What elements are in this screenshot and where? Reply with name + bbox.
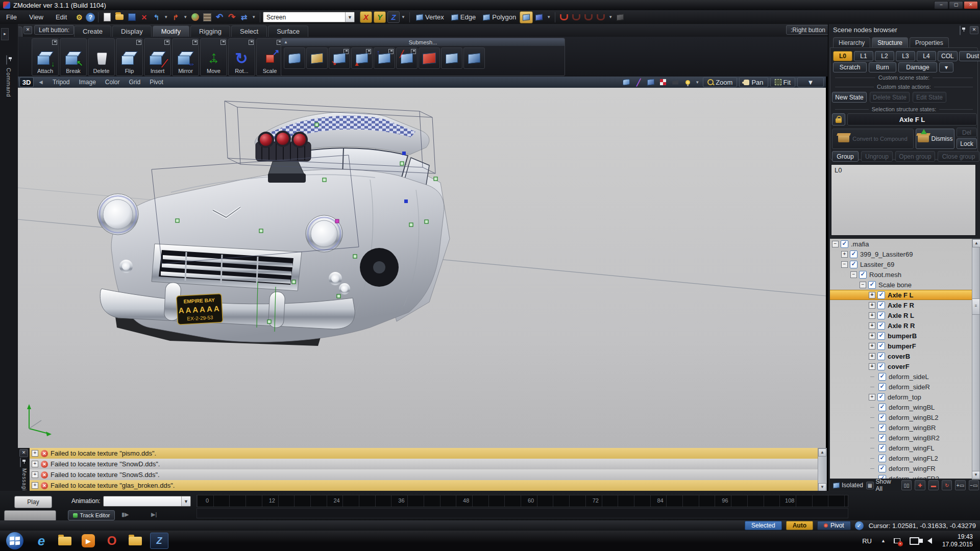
expand-icon[interactable]: + <box>32 450 38 457</box>
checkbox[interactable]: ✓ <box>878 455 886 462</box>
tree-item[interactable]: ✓deform_wingBL <box>830 402 972 412</box>
tree-item[interactable]: −✓.mafia <box>830 239 972 249</box>
state-l4-button[interactable]: L4 <box>917 51 936 61</box>
scene-panel-pin-icon[interactable] <box>960 26 961 35</box>
tree-item[interactable]: +✓deform_top <box>830 392 972 402</box>
tree-item[interactable]: −✓Scale bone <box>830 280 972 290</box>
tree-item[interactable]: ✓deform_wingBR <box>830 422 972 433</box>
command-panel-close-icon[interactable]: ✕ <box>23 26 32 34</box>
tree-item[interactable]: ✓deform_wingFR <box>830 463 972 473</box>
timeline-track-lane[interactable] <box>197 508 848 518</box>
view-options-dropdown-icon[interactable]: ▼ <box>694 80 701 85</box>
tab-create[interactable]: Create <box>74 26 111 37</box>
lock-button[interactable]: Lock <box>957 138 977 149</box>
tree-item[interactable]: +✓399_9_Lassiter69 <box>830 249 972 259</box>
checkbox[interactable]: ✓ <box>859 271 867 279</box>
expand-icon[interactable]: + <box>32 482 38 489</box>
checkbox[interactable]: ✓ <box>878 424 886 432</box>
state-scratch-button[interactable]: Scratch <box>833 62 867 72</box>
scroll-up-icon[interactable]: ▲ <box>972 239 980 247</box>
snap-grid-icon[interactable] <box>595 12 607 23</box>
expand-icon[interactable]: + <box>869 353 875 360</box>
tab-surface[interactable]: Surface <box>268 26 308 37</box>
nav-color[interactable]: Color <box>101 79 125 86</box>
refresh-icon[interactable]: ⇄ <box>238 12 250 22</box>
rail-expand-arrow-icon[interactable]: ▸ <box>1 28 9 40</box>
edit-state-button[interactable]: Edit State <box>913 92 946 103</box>
submesh-tool-icon-1[interactable] <box>284 47 305 69</box>
tab-rigging[interactable]: Rigging <box>190 26 230 37</box>
viewport-dropdown-button[interactable]: ▼ <box>797 77 824 87</box>
tool-insert-button[interactable]: ╱Insert <box>144 38 171 76</box>
expand-icon[interactable]: + <box>869 343 875 349</box>
tree-item[interactable]: −✓Root.mesh <box>830 269 972 280</box>
import-dropdown-icon[interactable]: ▼ <box>162 15 169 19</box>
tab-display[interactable]: Display <box>112 26 152 37</box>
timeline-ruler[interactable]: 0 12 24 36 48 60 72 84 96 108 <box>197 495 848 507</box>
fit-button[interactable]: Fit <box>770 77 795 87</box>
animation-select[interactable]: ▼ <box>103 496 191 507</box>
tree-scrollbar[interactable]: ▲ ≡ ▼ <box>972 239 980 480</box>
group-button[interactable]: Group <box>832 151 859 162</box>
new-file-icon[interactable] <box>102 12 113 22</box>
language-indicator[interactable]: RU <box>862 537 872 545</box>
log-scroll-up-icon[interactable]: ▲ <box>818 448 826 457</box>
pan-button[interactable]: Pan <box>739 77 768 87</box>
state-l3-button[interactable]: L3 <box>896 51 915 61</box>
snap-vertex-icon[interactable] <box>570 12 582 23</box>
submesh-pull-icon[interactable]: ↑ <box>374 47 395 69</box>
tree-item[interactable]: +✓Axle R L <box>830 310 972 320</box>
damage-dropdown-icon[interactable]: ▾ <box>939 62 953 72</box>
show-all-button[interactable]: ▦Show All <box>866 478 898 492</box>
expand-icon[interactable]: + <box>32 461 38 467</box>
refresh-node-icon[interactable]: ↻ <box>942 480 952 490</box>
checkbox[interactable]: ✓ <box>877 342 885 350</box>
checkbox[interactable]: ✓ <box>877 353 885 360</box>
delete-state-button[interactable]: Delete State <box>870 92 910 103</box>
log-row[interactable]: +✕Failed to locate texture "pismo.dds". <box>30 448 818 459</box>
checkbox[interactable]: ✓ <box>850 261 857 268</box>
snap-edge-icon[interactable] <box>582 12 595 23</box>
viewport-canvas[interactable]: EMPIRE BAY AAAAAA EX-2-29-53 <box>18 88 826 448</box>
nav-back-icon[interactable]: ◄ <box>34 79 48 86</box>
vertex-mode-button[interactable]: Vertex <box>412 12 448 22</box>
expand-icon[interactable]: + <box>841 251 848 258</box>
uv-mode-button[interactable] <box>533 12 545 23</box>
internet-explorer-icon[interactable]: e <box>33 533 50 548</box>
snap-dropdown-icon[interactable]: ▼ <box>607 15 614 19</box>
expand-icon[interactable]: + <box>869 363 875 370</box>
state-l2-button[interactable]: L2 <box>875 51 894 61</box>
checkbox[interactable]: ✓ <box>878 373 886 381</box>
del-button[interactable]: Del <box>957 128 977 137</box>
tab-modify[interactable]: Modify <box>153 26 189 37</box>
state-l1-button[interactable]: L1 <box>854 51 873 61</box>
checkbox[interactable]: ✓ <box>868 281 876 289</box>
auto-toggle[interactable]: Auto <box>786 521 813 530</box>
tool-options-icon[interactable] <box>136 40 141 45</box>
axis-y-button[interactable]: Y <box>374 11 386 23</box>
state-damage-button[interactable]: Damage <box>898 62 937 72</box>
zmodeler-taskbar-icon[interactable]: Z <box>150 533 168 549</box>
menu-file[interactable]: File <box>0 11 23 23</box>
file-explorer-icon[interactable] <box>56 533 74 548</box>
opera-browser-icon[interactable]: O <box>103 533 120 548</box>
scene-panel-close-icon[interactable]: ✕ <box>970 26 978 34</box>
export-dropdown-icon[interactable]: ▼ <box>182 15 189 19</box>
checkbox[interactable]: ✓ <box>878 404 886 411</box>
delete-icon[interactable]: ✕ <box>138 12 150 22</box>
tool-break-button[interactable]: ↖Break <box>60 38 87 76</box>
expand-all-icon[interactable]: +▭ <box>955 480 965 490</box>
help-icon[interactable]: ? <box>86 13 95 22</box>
tree-item[interactable]: +✓bumperB <box>830 331 972 341</box>
log-scroll-down-icon[interactable]: ▼ <box>818 483 826 491</box>
minimize-button[interactable]: – <box>934 1 948 9</box>
play-button[interactable]: Play <box>14 496 52 508</box>
convert-to-compound-button[interactable]: Convert to Compound <box>832 129 914 149</box>
track-widget-icon-2[interactable]: ▶| <box>151 511 157 518</box>
viewport-type-button[interactable]: 3D <box>19 77 34 87</box>
checkbox[interactable]: ✓ <box>877 291 885 299</box>
combo-caret-icon[interactable]: ▼ <box>345 12 354 22</box>
checkbox[interactable]: ✓ <box>877 322 885 330</box>
tree-item[interactable]: ✓deform_wingFR2 <box>830 473 972 479</box>
collapse-icon[interactable]: − <box>860 282 866 288</box>
